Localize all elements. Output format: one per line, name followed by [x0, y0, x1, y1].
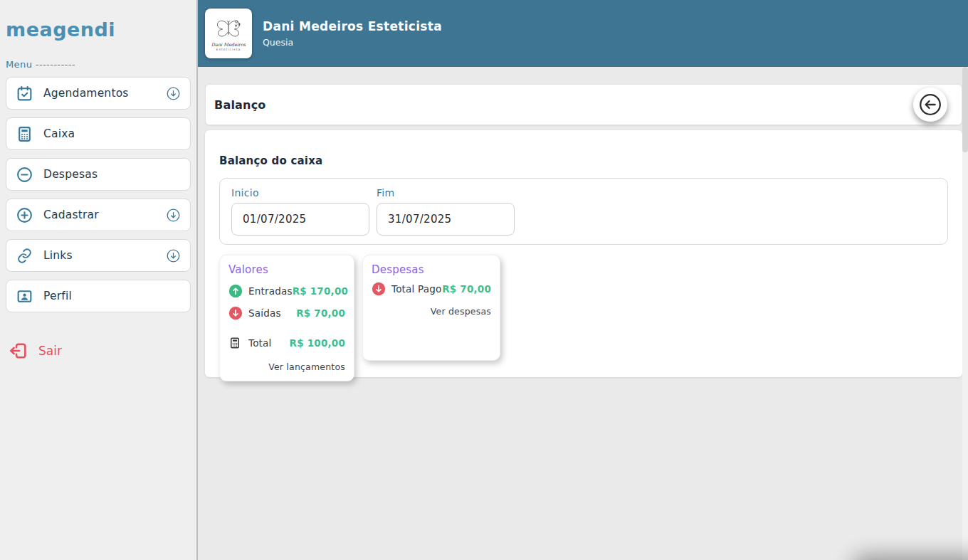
business-avatar: Dani Medeiros Esteticista: [205, 9, 252, 58]
sidebar-item-label: Despesas: [43, 168, 98, 181]
sidebar-item-despesas[interactable]: Despesas: [6, 158, 191, 191]
entradas-value: R$ 170,00: [293, 285, 348, 297]
menu-section-label: Menu -----------: [6, 59, 191, 70]
person-card-icon: [15, 287, 33, 305]
chevron-down-circle-icon[interactable]: [166, 248, 182, 263]
summary-cards-row: Valores Entradas R$ 170,00: [219, 255, 948, 381]
top-header: Dani Medeiros Esteticista Dani Medeiros …: [198, 0, 968, 67]
total-label: Total: [248, 337, 272, 349]
back-button[interactable]: [913, 88, 947, 122]
end-date-input[interactable]: [377, 203, 515, 236]
ver-despesas-link[interactable]: Ver despesas: [372, 306, 491, 317]
balance-panel: Balanço do caixa Inicio Fim Valores: [205, 130, 962, 377]
saidas-value: R$ 70,00: [296, 307, 345, 319]
minus-circle-icon: [15, 165, 33, 184]
header-text: Dani Medeiros Esteticista Quesia: [263, 19, 442, 48]
end-date-field: Fim: [377, 186, 515, 236]
arrow-left-circle-icon: [917, 91, 944, 118]
total-pago-value: R$ 70,00: [442, 283, 491, 295]
end-date-label: Fim: [377, 187, 394, 199]
chevron-down-circle-icon[interactable]: [166, 85, 182, 101]
sidebar-item-links[interactable]: Links: [6, 239, 191, 272]
logout-label: Sair: [38, 344, 62, 358]
saidas-row: Saídas R$ 70,00: [228, 306, 345, 320]
start-date-label: Inicio: [231, 187, 259, 199]
sidebar-item-caixa[interactable]: Caixa: [6, 117, 191, 150]
page-title-bar: Balanço: [205, 84, 962, 125]
calculator-icon: [15, 125, 33, 143]
scrollbar[interactable]: [962, 67, 968, 560]
scrollbar-thumb[interactable]: [962, 67, 968, 152]
entradas-label: Entradas: [248, 285, 293, 297]
main-area: Dani Medeiros Esteticista Dani Medeiros …: [198, 0, 968, 560]
chevron-down-circle-icon[interactable]: [166, 207, 182, 223]
despesas-card-title: Despesas: [372, 263, 491, 276]
business-name: Dani Medeiros Esteticista: [263, 19, 442, 33]
entradas-row: Entradas R$ 170,00: [228, 284, 345, 298]
arrow-down-circle-icon: [372, 282, 386, 296]
calendar-check-icon: [15, 84, 33, 102]
total-value: R$ 100,00: [290, 337, 345, 349]
total-pago-row: Total Pago R$ 70,00: [372, 282, 491, 296]
logout-button[interactable]: Sair: [6, 341, 191, 361]
user-name: Quesia: [263, 37, 442, 48]
sidebar-item-agendamentos[interactable]: Agendamentos: [6, 77, 191, 110]
butterfly-logo-icon: [214, 16, 243, 43]
total-row: Total R$ 100,00: [228, 336, 345, 350]
sidebar-item-cadastrar[interactable]: Cadastrar: [6, 199, 191, 231]
sidebar-item-label: Links: [43, 249, 73, 262]
app-logo: meagendi: [6, 19, 191, 41]
despesas-card: Despesas Total Pago R$ 70,00 Ver despesa…: [362, 255, 500, 361]
sidebar-item-label: Caixa: [43, 127, 75, 140]
valores-card-title: Valores: [228, 263, 345, 276]
sidebar: meagendi Menu ----------- Agendamentos: [0, 0, 198, 560]
content-area: Balanço Balanço do caixa Inicio Fim: [198, 67, 968, 377]
arrow-up-circle-icon: [228, 284, 243, 298]
date-range-panel: Inicio Fim: [219, 178, 948, 245]
logout-icon: [9, 341, 28, 361]
sidebar-item-label: Cadastrar: [43, 208, 99, 221]
start-date-input[interactable]: [231, 203, 369, 236]
ver-lancamentos-link[interactable]: Ver lançamentos: [228, 361, 345, 372]
arrow-down-circle-icon: [228, 306, 243, 320]
page-title: Balanço: [214, 98, 266, 112]
avatar-caption: Dani Medeiros: [211, 43, 246, 48]
sidebar-item-label: Perfil: [43, 290, 72, 302]
calculator-icon: [228, 336, 243, 350]
link-icon: [15, 246, 33, 265]
start-date-field: Inicio: [231, 186, 369, 236]
sidebar-item-label: Agendamentos: [43, 87, 129, 100]
avatar-subcaption: Esteticista: [216, 48, 241, 51]
saidas-label: Saídas: [248, 307, 281, 319]
balance-section-title: Balanço do caixa: [219, 154, 948, 167]
total-pago-label: Total Pago: [391, 283, 441, 295]
sidebar-item-perfil[interactable]: Perfil: [6, 280, 191, 312]
plus-circle-icon: [15, 206, 33, 224]
valores-card: Valores Entradas R$ 170,00: [219, 255, 354, 381]
